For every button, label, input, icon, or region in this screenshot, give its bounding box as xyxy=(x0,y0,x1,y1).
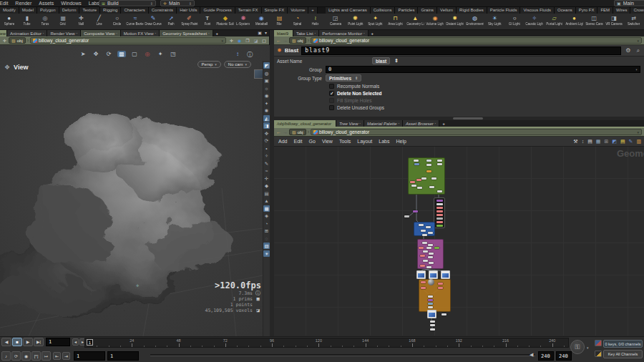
graph-node[interactable] xyxy=(428,295,433,298)
pane-tab[interactable]: blast9 xyxy=(274,30,293,36)
shelf-tool[interactable]: ≈ Curve Bezier xyxy=(126,14,144,29)
viewport-tool-icon[interactable]: ✥ xyxy=(92,51,100,57)
shelf-tool[interactable]: ▲ Geometry Light xyxy=(405,14,425,29)
display-option-icon[interactable]: ◌ xyxy=(263,235,270,242)
display-option-icon[interactable]: ✎ xyxy=(263,160,270,167)
display-option-icon[interactable]: ✦ xyxy=(263,100,270,107)
menu-item[interactable]: Add xyxy=(278,139,287,144)
shelf-tool[interactable]: ◎ Torus xyxy=(36,14,54,29)
shelf-tab[interactable]: Terrain FX xyxy=(235,7,262,14)
path-bar-icon[interactable]: ▢ xyxy=(261,38,267,43)
path-bar-icon[interactable]: ✛ xyxy=(229,38,234,43)
pane-tab[interactable]: + xyxy=(369,30,379,36)
graph-node[interactable] xyxy=(421,230,426,232)
display-option-icon[interactable]: ◨ xyxy=(263,122,270,129)
graph-node[interactable] xyxy=(419,224,424,226)
menu-item[interactable]: Go xyxy=(309,139,316,144)
shelf-tool[interactable]: ◫ Stereo Camera xyxy=(584,14,604,29)
playhead-marker[interactable]: 1 xyxy=(87,339,93,346)
set-key-button[interactable]: ⚿ xyxy=(570,340,585,354)
shelf-tab[interactable]: Pyro FX xyxy=(576,7,598,14)
network-toolbar-icon[interactable]: ◩ xyxy=(612,139,617,145)
graph-display-node[interactable] xyxy=(441,270,450,279)
prev-frame-button[interactable]: ◂ xyxy=(72,338,79,346)
shelf-tab[interactable]: Simple FX xyxy=(262,7,288,14)
shelf-tool[interactable]: ○ GI Light xyxy=(504,14,525,29)
display-option-icon[interactable]: ☀ xyxy=(263,250,270,257)
path-node-field[interactable]: billowy_cloud_generator ▾ xyxy=(311,37,642,44)
pane-tab[interactable]: Scene View xyxy=(0,30,7,36)
group-field[interactable]: 0 ▾ xyxy=(326,66,640,73)
shelf-tab[interactable]: Rigging xyxy=(100,7,121,14)
display-option-icon[interactable]: ⊞ xyxy=(263,228,270,234)
timeline[interactable]: 1 24487296120144168192216240 xyxy=(84,338,569,348)
pane-tab[interactable]: Tree View ▪ xyxy=(336,120,364,127)
channel-editor-icon[interactable] xyxy=(595,351,602,357)
spinner-icon[interactable]: ⇕ xyxy=(391,57,401,64)
shelf-tool[interactable]: ⊓ Area Light xyxy=(385,14,405,29)
shelf-tab[interactable]: Collisions xyxy=(371,7,396,14)
display-option-icon[interactable]: ◆ xyxy=(263,182,270,189)
shelf-tool[interactable]: ➚ Path xyxy=(162,14,180,29)
path-root-chip[interactable]: ▧ obj xyxy=(289,129,306,135)
pane-tab[interactable]: Performance Monitor ▪ xyxy=(319,30,368,36)
display-option-icon[interactable]: ▦ xyxy=(263,205,270,212)
network-toolbar-icon[interactable]: ▤ xyxy=(620,139,625,145)
playbar-option-button[interactable]: ↦ xyxy=(42,351,51,361)
display-option-icon[interactable]: ⟳ xyxy=(263,137,270,144)
graph-display-node[interactable] xyxy=(416,270,426,279)
graph-node[interactable] xyxy=(436,217,443,220)
graph-node[interactable] xyxy=(428,306,433,308)
shelf-tool[interactable]: ☀ Sky Light xyxy=(484,14,504,29)
checkbox[interactable] xyxy=(329,105,334,110)
graph-node[interactable] xyxy=(428,303,433,305)
shelf-tool[interactable]: ◨ VR Camera xyxy=(604,14,624,29)
shelf-tool[interactable]: ✦ Spot Light xyxy=(366,14,386,29)
shelf-tab[interactable]: Grains xyxy=(418,7,437,14)
shelf-tool[interactable]: ✐ Spray Paint xyxy=(180,14,198,29)
graph-node[interactable] xyxy=(420,255,425,257)
netbox-column[interactable] xyxy=(434,197,445,228)
shelf-tool[interactable]: ✧ Caustic Light xyxy=(525,14,545,29)
projection-selector[interactable]: Persp ▾ xyxy=(197,61,221,68)
tab-close-icon[interactable]: ▪ xyxy=(364,31,364,35)
graph-node[interactable] xyxy=(429,186,434,188)
tab-close-icon[interactable]: ▪ xyxy=(315,31,316,35)
transport-button[interactable]: ▶ xyxy=(23,338,33,346)
keys-status-button[interactable]: 0 keys, 0/0 channels xyxy=(603,340,643,348)
graph-node[interactable] xyxy=(426,226,431,228)
shelf-tab[interactable]: Texture xyxy=(79,7,100,14)
tab-close-icon[interactable]: ▪ xyxy=(399,122,399,125)
graph-node[interactable] xyxy=(428,244,433,246)
netbox-orange[interactable] xyxy=(419,279,451,312)
viewport-tool-icon[interactable]: ⟳ xyxy=(104,51,113,57)
graph-sphere-node[interactable] xyxy=(428,279,434,285)
graph-node[interactable] xyxy=(438,283,443,285)
menu-item[interactable]: Edit xyxy=(293,139,302,144)
shelf-tool[interactable]: ● Ambient Light xyxy=(565,14,585,29)
transport-button[interactable]: ◀ xyxy=(1,338,11,346)
playbar-option-button[interactable]: [*] xyxy=(31,351,41,361)
chevron-down-icon[interactable]: ▾ xyxy=(637,39,639,43)
display-option-icon[interactable]: ▣ xyxy=(263,77,270,84)
graph-node[interactable] xyxy=(428,256,433,258)
menu-item[interactable]: View xyxy=(322,139,333,144)
network-toolbar-icon[interactable]: ⚒ xyxy=(573,139,577,145)
graph-display-node[interactable] xyxy=(429,270,438,279)
shelf-tab[interactable]: Modify xyxy=(0,7,19,14)
range-end2-field[interactable]: 240 xyxy=(556,351,572,361)
menu-item[interactable]: Windows xyxy=(57,0,84,7)
network-toolbar-icon[interactable]: ▦ xyxy=(596,139,601,145)
display-option-icon[interactable]: • xyxy=(263,145,270,152)
display-option-icon[interactable]: ✛ xyxy=(263,175,270,182)
forward-icon[interactable]: → xyxy=(283,37,288,44)
menu-item[interactable]: Edit xyxy=(0,0,11,7)
range-slider[interactable] xyxy=(150,354,535,356)
shelf-tool[interactable]: ○ Circle xyxy=(108,14,126,29)
graph-node[interactable] xyxy=(436,210,443,212)
display-option-icon[interactable]: ☼ xyxy=(263,85,270,92)
path-bar-icon[interactable]: ◪ xyxy=(253,38,259,43)
shelf-tool[interactable]: ▦ Grid xyxy=(54,14,72,29)
pane-tab[interactable]: Motion FX View ▪ xyxy=(121,30,160,36)
display-option-icon[interactable]: ◭ xyxy=(263,115,270,122)
